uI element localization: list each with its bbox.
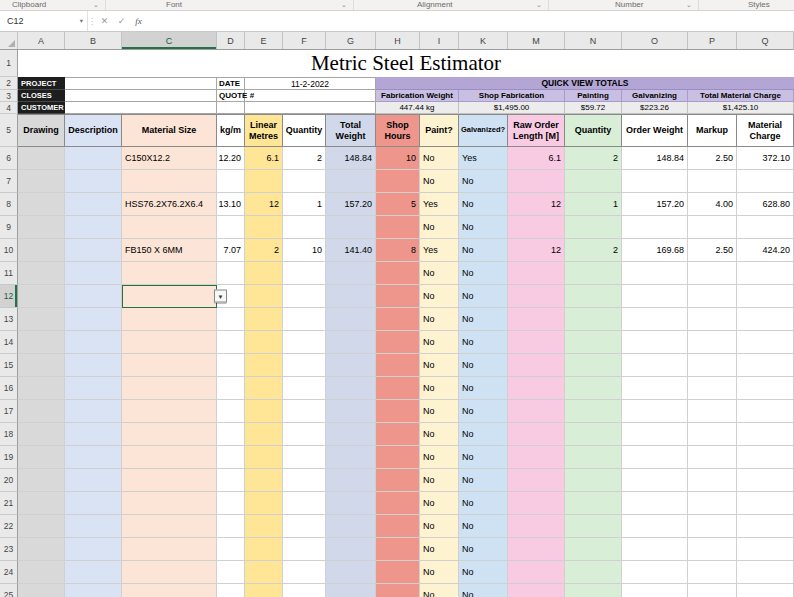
cell-C9[interactable]	[122, 216, 217, 239]
cell-G21[interactable]	[326, 492, 376, 515]
cell-P9[interactable]	[688, 216, 737, 239]
cell-I10[interactable]: Yes	[420, 239, 459, 262]
cell-D6[interactable]: 12.20	[217, 147, 245, 170]
cell-G25[interactable]	[326, 584, 376, 597]
column-header-E[interactable]: E	[245, 32, 283, 49]
cell-customer-extra2[interactable]	[245, 102, 376, 114]
cell-O15[interactable]	[622, 354, 688, 377]
cell-N17[interactable]	[565, 400, 622, 423]
cell-P24[interactable]	[688, 561, 737, 584]
cell-N10[interactable]: 2	[565, 239, 622, 262]
cell-G12[interactable]	[326, 285, 376, 308]
cell-M23[interactable]	[508, 538, 565, 561]
cell-N22[interactable]	[565, 515, 622, 538]
cell-I9[interactable]: No	[420, 216, 459, 239]
column-header-B[interactable]: B	[65, 32, 122, 49]
cell-A24[interactable]	[18, 561, 65, 584]
quote-label[interactable]: QUOTE #	[217, 90, 245, 102]
row-header-6[interactable]: 6	[0, 147, 18, 170]
cell-N19[interactable]	[565, 446, 622, 469]
cell-D10[interactable]: 7.07	[217, 239, 245, 262]
cell-B15[interactable]	[65, 354, 122, 377]
cell-E21[interactable]	[245, 492, 283, 515]
cell-project-value[interactable]	[65, 77, 217, 90]
cell-N11[interactable]	[565, 262, 622, 285]
cell-F18[interactable]	[283, 423, 326, 446]
cell-I15[interactable]: No	[420, 354, 459, 377]
header-quantity[interactable]: Quantity	[283, 114, 326, 147]
cell-I21[interactable]: No	[420, 492, 459, 515]
cell-Q25[interactable]	[737, 584, 794, 597]
cell-H21[interactable]	[376, 492, 420, 515]
cell-P11[interactable]	[688, 262, 737, 285]
cell-P25[interactable]	[688, 584, 737, 597]
cell-K21[interactable]: No	[459, 492, 508, 515]
cell-G6[interactable]: 148.84	[326, 147, 376, 170]
cell-Q17[interactable]	[737, 400, 794, 423]
cell-G7[interactable]	[326, 170, 376, 193]
number-dialog-launcher-icon[interactable]: ⌄	[686, 0, 692, 10]
cell-I7[interactable]: No	[420, 170, 459, 193]
cell-M7[interactable]	[508, 170, 565, 193]
cell-P21[interactable]	[688, 492, 737, 515]
cell-A14[interactable]	[18, 331, 65, 354]
cell-B24[interactable]	[65, 561, 122, 584]
cell-Q8[interactable]: 628.80	[737, 193, 794, 216]
cell-E19[interactable]	[245, 446, 283, 469]
cell-B17[interactable]	[65, 400, 122, 423]
row-header-15[interactable]: 15	[0, 354, 18, 377]
cell-P16[interactable]	[688, 377, 737, 400]
cell-H16[interactable]	[376, 377, 420, 400]
cell-K22[interactable]: No	[459, 515, 508, 538]
cell-E24[interactable]	[245, 561, 283, 584]
cell-B6[interactable]	[65, 147, 122, 170]
cell-G16[interactable]	[326, 377, 376, 400]
cell-Q19[interactable]	[737, 446, 794, 469]
cell-H7[interactable]	[376, 170, 420, 193]
cell-M21[interactable]	[508, 492, 565, 515]
cell-E18[interactable]	[245, 423, 283, 446]
header-galvanized[interactable]: Galvanized?	[459, 114, 508, 147]
cell-K13[interactable]: No	[459, 308, 508, 331]
cell-H23[interactable]	[376, 538, 420, 561]
cell-G9[interactable]	[326, 216, 376, 239]
cell-Q12[interactable]	[737, 285, 794, 308]
row-header-2[interactable]: 2	[0, 77, 18, 90]
cell-K8[interactable]: No	[459, 193, 508, 216]
row-header-7[interactable]: 7	[0, 170, 18, 193]
cell-P18[interactable]	[688, 423, 737, 446]
cell-C18[interactable]	[122, 423, 217, 446]
cell-G20[interactable]	[326, 469, 376, 492]
cell-E22[interactable]	[245, 515, 283, 538]
header-paint[interactable]: Paint?	[420, 114, 459, 147]
cell-G17[interactable]	[326, 400, 376, 423]
cell-F8[interactable]: 1	[283, 193, 326, 216]
cell-E11[interactable]	[245, 262, 283, 285]
row-header-3[interactable]: 3	[0, 90, 18, 102]
cell-B9[interactable]	[65, 216, 122, 239]
cell-O22[interactable]	[622, 515, 688, 538]
cell-K23[interactable]: No	[459, 538, 508, 561]
cell-O13[interactable]	[622, 308, 688, 331]
header-drawing[interactable]: Drawing	[18, 114, 65, 147]
cell-D22[interactable]	[217, 515, 245, 538]
cell-N25[interactable]	[565, 584, 622, 597]
clipboard-dialog-launcher-icon[interactable]: ⌄	[93, 0, 99, 10]
row-header-11[interactable]: 11	[0, 262, 18, 285]
cell-H20[interactable]	[376, 469, 420, 492]
cell-E9[interactable]	[245, 216, 283, 239]
cell-E12[interactable]	[245, 285, 283, 308]
cell-K10[interactable]: No	[459, 239, 508, 262]
cell-F20[interactable]	[283, 469, 326, 492]
column-header-I[interactable]: I	[420, 32, 459, 49]
cell-K25[interactable]: No	[459, 584, 508, 597]
cell-E8[interactable]: 12	[245, 193, 283, 216]
row-header-16[interactable]: 16	[0, 377, 18, 400]
cell-F13[interactable]	[283, 308, 326, 331]
cell-M11[interactable]	[508, 262, 565, 285]
column-header-M[interactable]: M	[508, 32, 565, 49]
cell-A16[interactable]	[18, 377, 65, 400]
alignment-dialog-launcher-icon[interactable]: ⌄	[536, 0, 542, 10]
cell-M24[interactable]	[508, 561, 565, 584]
cell-A11[interactable]	[18, 262, 65, 285]
